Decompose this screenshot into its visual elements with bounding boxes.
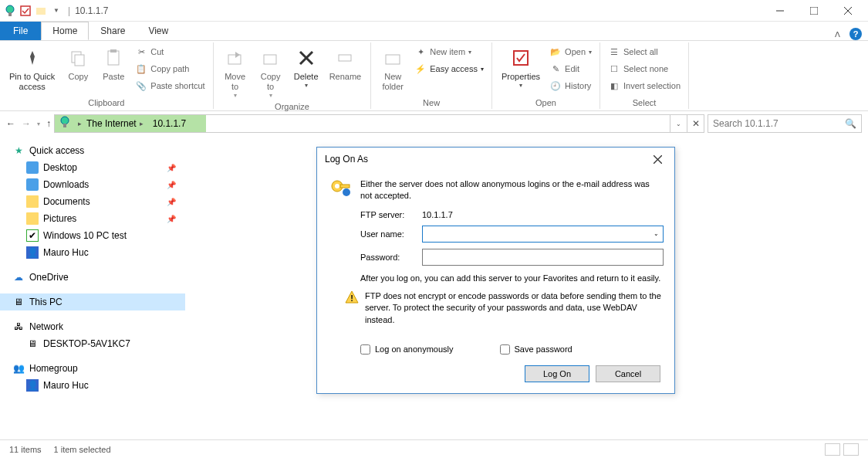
rename-button[interactable]: Rename <box>325 44 366 83</box>
onedrive-header[interactable]: ☁OneDrive <box>0 269 185 286</box>
easy-access-button[interactable]: ⚡Easy access ▾ <box>411 61 487 76</box>
svg-rect-11 <box>110 49 117 53</box>
maximize-button[interactable] <box>797 0 831 22</box>
up-button[interactable]: ↑ <box>46 118 51 129</box>
select-none-button[interactable]: ☐Select none <box>605 61 684 76</box>
breadcrumb-root[interactable]: The Internet ▸ <box>82 118 148 129</box>
svg-rect-25 <box>340 185 350 188</box>
paste-shortcut-button[interactable]: 📎Paste shortcut <box>132 78 208 93</box>
network-header[interactable]: 🖧Network <box>0 318 185 335</box>
username-dropdown[interactable]: ⌄ <box>650 226 664 243</box>
qat-newfolder-icon[interactable] <box>34 4 48 18</box>
documents-icon <box>26 195 39 208</box>
copy-button[interactable]: Copy <box>61 44 95 83</box>
sidebar-item-desktop-pc[interactable]: 🖥DESKTOP-5AV1KC7 <box>0 335 185 352</box>
sidebar-item-user2[interactable]: 👤Mauro Huc <box>0 377 185 394</box>
tab-share[interactable]: Share <box>89 22 137 40</box>
tab-home[interactable]: Home <box>41 22 89 40</box>
warning-icon: ! <box>345 290 359 304</box>
username-input[interactable] <box>422 226 650 243</box>
history-button[interactable]: 🕘History <box>546 78 595 93</box>
titlebar: ▼ | 10.1.1.7 <box>0 0 868 22</box>
move-to-button[interactable]: Move to▾ <box>218 44 252 100</box>
organize-group-label: Organize <box>218 100 366 111</box>
search-input[interactable]: Search 10.1.1.7 🔍 <box>708 114 862 133</box>
qat-dropdown-icon[interactable]: ▼ <box>49 4 63 18</box>
new-item-button[interactable]: ✦New item ▾ <box>411 44 487 59</box>
new-folder-button[interactable]: New folder <box>376 44 410 93</box>
breadcrumb-current[interactable]: 10.1.1.7 <box>148 118 191 129</box>
open-icon: 📂 <box>549 46 562 58</box>
cancel-button[interactable]: Cancel <box>596 365 660 382</box>
icons-view-button[interactable] <box>843 443 859 456</box>
tab-file[interactable]: File <box>0 22 41 40</box>
cut-button[interactable]: ✂Cut <box>132 44 208 59</box>
delete-button[interactable]: Delete▾ <box>289 44 323 90</box>
desktop-icon <box>26 161 39 174</box>
svg-rect-17 <box>386 55 400 64</box>
logon-anonymously-checkbox[interactable]: Log on anonymously <box>360 344 454 355</box>
easy-access-icon: ⚡ <box>414 63 427 75</box>
ribbon: Pin to Quick access Copy Paste ✂Cut 📋Cop… <box>0 40 868 111</box>
open-button[interactable]: 📂Open ▾ <box>546 44 595 59</box>
collapse-ribbon-icon[interactable]: ᐱ <box>835 30 840 39</box>
copy-path-icon: 📋 <box>135 63 147 75</box>
key-icon <box>328 178 353 200</box>
recent-dropdown[interactable]: ▾ <box>37 120 40 127</box>
svg-point-19 <box>61 117 69 124</box>
shortcut-icon: ✔ <box>26 229 39 242</box>
invert-selection-button[interactable]: ◧Invert selection <box>605 78 684 93</box>
close-button[interactable] <box>831 0 865 22</box>
properties-button[interactable]: Properties▾ <box>497 44 545 90</box>
sidebar-item-winpctest[interactable]: ✔Windows 10 PC test <box>0 227 185 244</box>
details-view-button[interactable] <box>825 443 840 456</box>
sidebar-item-pictures[interactable]: Pictures📌 <box>0 210 185 227</box>
sidebar-item-documents[interactable]: Documents📌 <box>0 193 185 210</box>
new-item-icon: ✦ <box>414 46 427 58</box>
svg-rect-2 <box>21 6 30 15</box>
select-none-icon: ☐ <box>608 63 620 75</box>
sidebar-item-user1[interactable]: 👤Mauro Huc <box>0 244 185 261</box>
pictures-icon <box>26 212 39 225</box>
paste-button[interactable]: Paste <box>96 44 130 83</box>
svg-rect-1 <box>8 12 12 16</box>
select-all-button[interactable]: ☰Select all <box>605 44 684 59</box>
star-icon: ★ <box>12 144 25 157</box>
svg-text:!: ! <box>350 293 353 303</box>
svg-rect-10 <box>108 51 119 65</box>
pin-to-quick-access-button[interactable]: Pin to Quick access <box>5 44 59 93</box>
logon-dialog: Log On As Either the server does not all… <box>316 147 675 394</box>
invert-selection-icon: ◧ <box>608 80 620 92</box>
stop-refresh-button[interactable]: ✕ <box>687 115 704 132</box>
password-input[interactable] <box>422 249 664 266</box>
open-group-label: Open <box>497 97 595 107</box>
address-bar[interactable]: ▸ The Internet ▸ 10.1.1.7 ⌄ ✕ <box>54 114 704 133</box>
copy-path-button[interactable]: 📋Copy path <box>132 61 208 76</box>
dialog-close-button[interactable] <box>648 150 667 168</box>
ftp-server-label: FTP server: <box>360 210 422 219</box>
sidebar-item-downloads[interactable]: Downloads📌 <box>0 176 185 193</box>
copy-icon <box>66 46 90 70</box>
logon-button[interactable]: Log On <box>525 365 589 382</box>
homegroup-header[interactable]: 👥Homegroup <box>0 360 185 377</box>
edit-button[interactable]: ✎Edit <box>546 61 595 76</box>
copy-to-button[interactable]: Copy to▾ <box>254 44 288 100</box>
homegroup-icon: 👥 <box>12 362 25 375</box>
select-all-icon: ☰ <box>608 46 620 58</box>
minimize-button[interactable] <box>763 0 797 22</box>
forward-button[interactable]: → <box>22 118 31 129</box>
svg-rect-3 <box>36 8 46 15</box>
address-dropdown[interactable]: ⌄ <box>670 115 687 132</box>
quick-access-header[interactable]: ★Quick access <box>0 142 185 159</box>
thispc-header[interactable]: 🖥This PC <box>0 293 185 310</box>
navigation-tree: ★Quick access Desktop📌 Downloads📌 Docume… <box>0 136 185 439</box>
save-password-checkbox[interactable]: Save password <box>500 344 572 355</box>
qat-properties-icon[interactable] <box>19 4 32 18</box>
clipboard-group-label: Clipboard <box>5 97 208 107</box>
help-icon[interactable]: ? <box>849 28 862 40</box>
copy-to-icon <box>258 46 283 70</box>
back-button[interactable]: ← <box>6 118 15 129</box>
sidebar-item-desktop[interactable]: Desktop📌 <box>0 159 185 176</box>
dialog-warning: FTP does not encrypt or encode passwords… <box>365 290 664 326</box>
tab-view[interactable]: View <box>137 22 180 40</box>
